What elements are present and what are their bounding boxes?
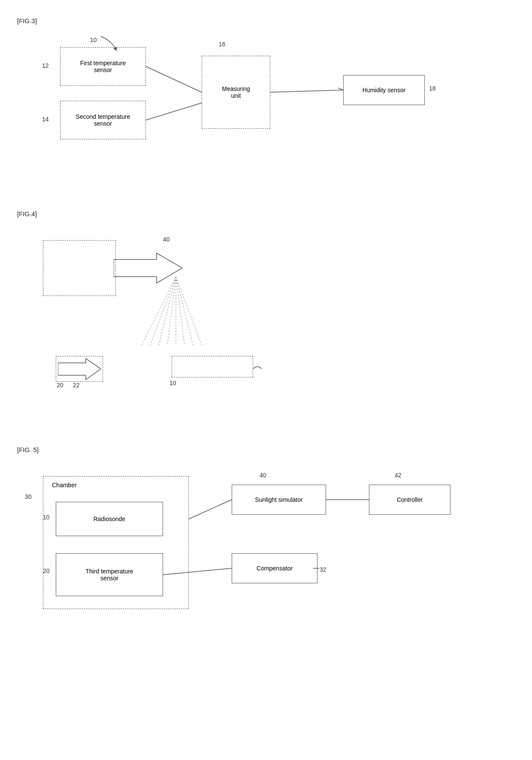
fig3-ref14: 14 bbox=[42, 116, 49, 123]
svg-line-12 bbox=[176, 277, 202, 345]
svg-line-3 bbox=[338, 88, 343, 90]
fig5-ref30: 30 bbox=[25, 493, 32, 500]
first-temp-sensor-label: First temperature sensor bbox=[80, 60, 126, 73]
fig4-tick bbox=[251, 362, 264, 375]
fig3-ref18: 18 bbox=[429, 85, 436, 92]
fig4-fan-lines bbox=[133, 277, 219, 345]
svg-line-2 bbox=[270, 90, 343, 92]
humidity-sensor-box: Humidity sensor bbox=[343, 75, 425, 105]
fig4-ref10: 10 bbox=[169, 380, 176, 386]
fig3-ref12: 12 bbox=[42, 62, 49, 69]
third-temp-sensor-box: Third temperature sensor bbox=[56, 553, 163, 596]
svg-line-8 bbox=[167, 277, 176, 345]
svg-line-10 bbox=[176, 277, 184, 345]
fig3-ref10: 10 bbox=[90, 36, 97, 43]
measuring-unit-label: Measuring unit bbox=[222, 85, 250, 99]
compensator-box: Compensator bbox=[232, 553, 317, 583]
fig4-label: [FIG.4] bbox=[17, 210, 37, 217]
svg-line-11 bbox=[176, 277, 193, 345]
radiosonde-box: Radiosonde bbox=[56, 502, 163, 536]
svg-line-1 bbox=[146, 103, 202, 120]
second-temp-sensor-box: Second temperature sensor bbox=[60, 101, 146, 139]
fig5-ref10: 10 bbox=[43, 514, 50, 521]
fig4-ref40: 40 bbox=[163, 236, 170, 243]
fig4-inner-arrow bbox=[58, 357, 101, 381]
fig4-section: [FIG.4] 40 20 22 10 bbox=[17, 210, 515, 433]
fig4-target-box bbox=[172, 356, 253, 377]
fig3-ref16: 16 bbox=[219, 41, 226, 48]
fig5-section: [FIG. 5] 30 Chamber 10 Radiosonde 20 Thi… bbox=[17, 446, 515, 746]
fig3-label: [FIG.3] bbox=[17, 17, 37, 24]
controller-label: Controller bbox=[397, 496, 423, 503]
controller-box: Controller bbox=[369, 485, 450, 515]
sunlight-sim-box: Sunlight simulator bbox=[232, 485, 326, 515]
fig5-ref42: 42 bbox=[395, 472, 402, 479]
measuring-unit-box: Measuring unit bbox=[202, 56, 270, 129]
fig5-label: [FIG. 5] bbox=[17, 446, 39, 453]
compensator-label: Compensator bbox=[257, 565, 293, 572]
svg-marker-13 bbox=[58, 359, 101, 380]
svg-line-5 bbox=[142, 277, 176, 345]
fig4-reflector-box bbox=[56, 356, 103, 382]
chamber-label: Chamber bbox=[52, 482, 77, 489]
first-temp-sensor-box: First temperature sensor bbox=[60, 47, 146, 86]
fig4-ref20: 20 bbox=[57, 382, 63, 389]
fig5-ref20: 20 bbox=[43, 567, 50, 574]
svg-line-7 bbox=[159, 277, 176, 345]
fig4-ref22: 22 bbox=[73, 382, 80, 389]
humidity-sensor-label: Humidity sensor bbox=[363, 87, 405, 93]
third-temp-sensor-label: Third temperature sensor bbox=[85, 568, 133, 582]
svg-line-14 bbox=[189, 500, 232, 519]
fig3-section: [FIG.3] 10 12 First temperature sensor 1… bbox=[17, 17, 515, 202]
fig5-ref40: 40 bbox=[260, 472, 266, 479]
svg-line-0 bbox=[146, 66, 202, 92]
svg-line-6 bbox=[150, 277, 176, 345]
fig4-source-box bbox=[43, 240, 116, 296]
radiosonde-label: Radiosonde bbox=[94, 516, 126, 522]
fig5-ref32: 32 bbox=[320, 566, 326, 573]
second-temp-sensor-label: Second temperature sensor bbox=[76, 113, 130, 127]
sunlight-sim-label: Sunlight simulator bbox=[255, 496, 302, 503]
